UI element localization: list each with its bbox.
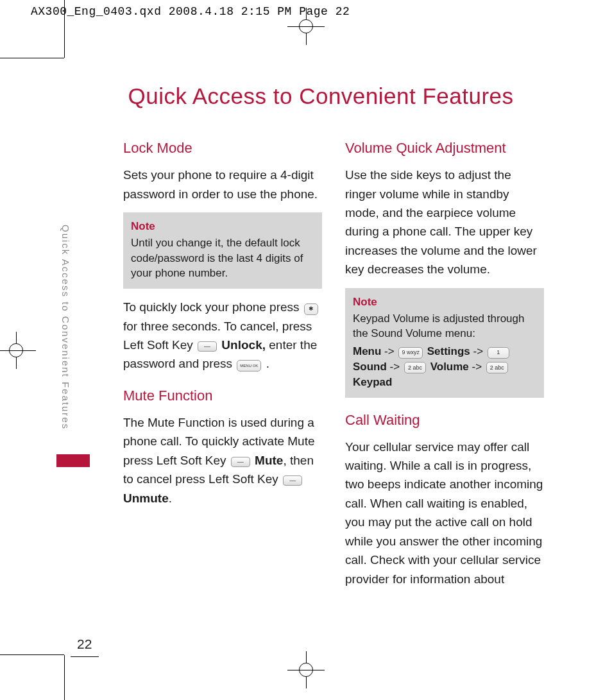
note-body: Until you change it, the default lock co… <box>131 235 314 281</box>
star-key-icon: ✱ <box>304 303 318 315</box>
arrow: -> <box>470 345 486 357</box>
page-content: Quick Access to Convenient Features Quic… <box>77 83 565 648</box>
registration-mark-top <box>0 15 612 37</box>
note-box-lock: Note Until you change it, the default lo… <box>123 212 322 289</box>
key-9-icon: 9 wxyz <box>398 347 423 359</box>
menu-ok-key-icon: MENU OK <box>237 360 261 371</box>
side-tab-label: Quick Access to Convenient Features <box>60 225 71 430</box>
crop-mark <box>0 350 36 351</box>
page-number-rule <box>71 656 99 657</box>
left-soft-key-icon <box>198 341 217 352</box>
text-bold: Unmute <box>123 491 169 505</box>
heading-call-waiting: Call Waiting <box>345 409 544 431</box>
note-title: Note <box>353 295 536 310</box>
right-column: Volume Quick Adjustment Use the side key… <box>345 133 544 597</box>
two-column-layout: Lock Mode Sets your phone to require a 4… <box>77 133 565 597</box>
text-bold: Mute <box>255 454 283 467</box>
arrow: -> <box>387 361 403 373</box>
crop-mark <box>64 655 65 700</box>
heading-lock-mode: Lock Mode <box>123 137 322 159</box>
left-soft-key-icon <box>231 457 250 467</box>
menu-label: Menu <box>353 345 381 357</box>
keypad-label: Keypad <box>353 376 392 388</box>
lock-mode-body: To quickly lock your phone press ✱ for t… <box>123 298 322 373</box>
registration-mark-bottom <box>0 659 612 681</box>
settings-label: Settings <box>427 345 470 357</box>
text-bold: Unlock, <box>221 338 266 352</box>
crop-mark <box>0 654 64 655</box>
key-2-icon: 2 abc <box>404 362 426 373</box>
arrow: -> <box>469 361 485 373</box>
left-soft-key-icon <box>283 475 302 486</box>
mute-body: The Mute Function is used during a phone… <box>123 413 322 508</box>
arrow: -> <box>381 345 397 357</box>
crop-mark <box>64 0 65 58</box>
note-box-volume: Note Keypad Volume is adjusted through t… <box>345 288 544 398</box>
text: . <box>266 357 269 370</box>
crop-mark <box>0 58 64 58</box>
page-title: Quick Access to Convenient Features <box>77 83 565 109</box>
text: . <box>169 491 172 505</box>
side-tab-bar <box>56 454 90 467</box>
heading-mute: Mute Function <box>123 385 322 407</box>
menu-path: Menu -> 9 wxyz Settings -> 1 Sound -> 2 … <box>353 344 536 389</box>
note-title: Note <box>131 219 314 234</box>
sound-label: Sound <box>353 361 387 373</box>
volume-label: Volume <box>430 361 469 373</box>
heading-volume: Volume Quick Adjustment <box>345 137 544 159</box>
key-2-icon: 2 abc <box>486 362 508 373</box>
text: To quickly lock your phone press <box>123 300 303 314</box>
left-column: Lock Mode Sets your phone to require a 4… <box>123 133 322 597</box>
page-number: 22 <box>77 636 92 652</box>
key-1-icon: 1 <box>488 347 509 359</box>
volume-body: Use the side keys to adjust the ringer v… <box>345 166 544 279</box>
note-line1: Keypad Volume is adjusted through the So… <box>353 311 536 342</box>
call-waiting-body: Your cellular service may offer call wai… <box>345 438 544 589</box>
lock-mode-intro: Sets your phone to require a 4-digit pas… <box>123 166 322 203</box>
